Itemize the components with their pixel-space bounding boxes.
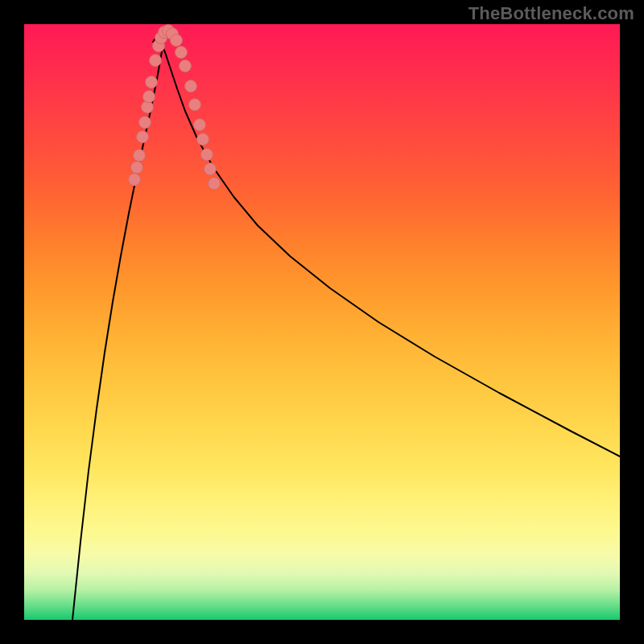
curve-layer xyxy=(24,24,620,620)
dot-16 xyxy=(180,60,192,72)
highlight-dots xyxy=(129,25,221,190)
watermark-text: TheBottleneck.com xyxy=(469,3,634,24)
dot-8 xyxy=(150,55,162,67)
dot-15 xyxy=(175,47,188,59)
series-right-branch xyxy=(163,47,620,456)
dot-1 xyxy=(131,162,143,174)
dot-21 xyxy=(201,149,213,161)
plot-area xyxy=(24,24,620,620)
dot-4 xyxy=(139,117,151,129)
dot-19 xyxy=(194,119,206,131)
bottleneck-curve xyxy=(72,31,620,620)
dot-7 xyxy=(146,76,158,89)
dot-18 xyxy=(189,99,201,111)
chart-frame: TheBottleneck.com xyxy=(0,0,644,644)
dot-22 xyxy=(204,163,217,175)
dot-5 xyxy=(142,101,154,114)
dot-17 xyxy=(185,80,197,93)
dot-6 xyxy=(143,91,155,103)
series-left-branch xyxy=(72,47,163,620)
dot-23 xyxy=(208,178,221,190)
dot-14 xyxy=(171,35,183,47)
dot-2 xyxy=(134,150,146,162)
dot-0 xyxy=(129,174,141,186)
dot-3 xyxy=(137,131,149,143)
dot-20 xyxy=(197,134,209,146)
